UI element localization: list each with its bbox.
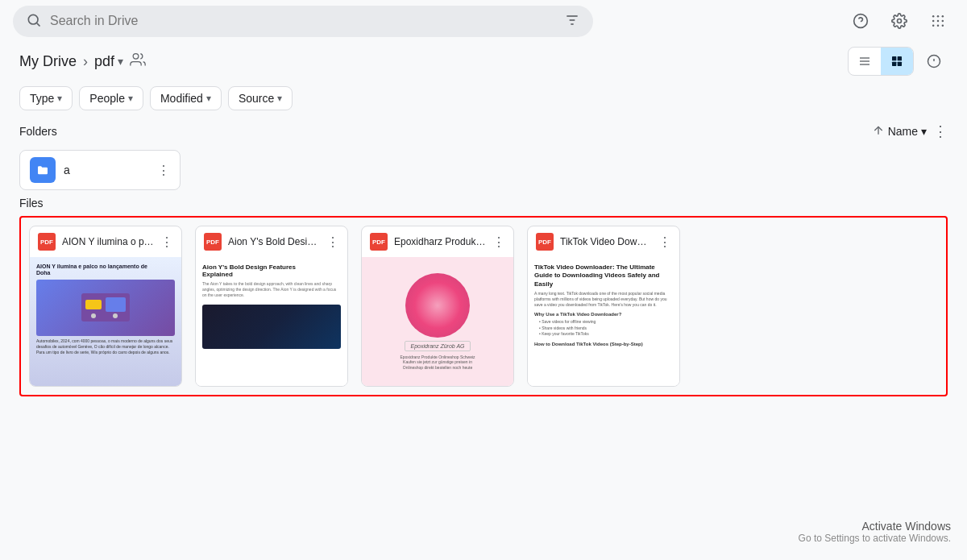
svg-rect-20	[860, 64, 869, 64]
svg-point-9	[937, 15, 940, 18]
file-header: PDF AION Y ilumina o pal... ⋮	[30, 226, 181, 257]
svg-rect-22	[898, 56, 902, 60]
file-card[interactable]: PDF AION Y ilumina o pal... ⋮ AION Y ilu…	[29, 226, 182, 387]
view-toggle-area	[848, 47, 948, 76]
svg-point-32	[91, 313, 96, 318]
file-more-button[interactable]: ⋮	[658, 234, 671, 250]
file-more-button[interactable]: ⋮	[326, 234, 339, 250]
file-name: Aion Y's Bold Desig...	[228, 236, 320, 247]
breadcrumb-pdf-chevron: ▾	[118, 55, 123, 68]
pdf-icon: PDF	[536, 233, 554, 251]
svg-rect-31	[106, 297, 126, 312]
svg-rect-18	[860, 57, 869, 58]
svg-point-13	[942, 20, 944, 23]
top-bar	[0, 0, 967, 42]
folders-more-button[interactable]: ⋮	[933, 122, 948, 140]
people-chevron: ▾	[128, 93, 133, 104]
file-preview: Aion Y's Bold Design FeaturesExplained T…	[196, 257, 347, 386]
share-icon[interactable]	[130, 52, 146, 72]
file-header: PDF Aion Y's Bold Desig... ⋮	[196, 226, 347, 257]
search-icon	[26, 12, 42, 31]
view-toggle	[848, 47, 914, 76]
svg-point-10	[942, 15, 944, 18]
pdf-icon: PDF	[38, 233, 56, 251]
file-header: PDF TikTok Video Downl... ⋮	[528, 226, 679, 257]
svg-rect-30	[85, 300, 102, 309]
modified-filter[interactable]: Modified ▾	[150, 86, 222, 110]
folder-list: a ⋮	[19, 150, 948, 190]
source-chevron: ▾	[277, 93, 282, 104]
svg-rect-21	[892, 56, 896, 60]
sort-up-icon	[872, 124, 885, 139]
svg-point-8	[932, 15, 935, 18]
search-bar[interactable]	[13, 6, 593, 37]
file-name: TikTok Video Downl...	[560, 236, 652, 247]
svg-point-0	[28, 15, 38, 24]
top-bar-right	[845, 5, 954, 37]
svg-rect-19	[860, 60, 869, 61]
folders-header: Folders Name ▾ ⋮	[19, 119, 948, 143]
files-grid: PDF AION Y ilumina o pal... ⋮ AION Y ilu…	[19, 216, 948, 396]
source-label: Source	[239, 92, 274, 105]
watermark: Activate Windows Go to Settings to activ…	[799, 520, 951, 544]
sort-label: Name	[888, 125, 918, 138]
search-input[interactable]	[50, 14, 556, 28]
folder-name: a	[64, 164, 149, 176]
file-name: AION Y ilumina o pal...	[62, 236, 154, 247]
sort-chevron: ▾	[921, 125, 927, 138]
watermark-subtitle: Go to Settings to activate Windows.	[799, 533, 951, 544]
file-name: Epoxidharz Produkt...	[394, 236, 486, 247]
breadcrumb-drive[interactable]: My Drive	[19, 53, 77, 70]
breadcrumb-arrow: ›	[83, 53, 88, 70]
file-card[interactable]: PDF Epoxidharz Produkt... ⋮ Epoxidranz Z…	[361, 226, 514, 387]
watermark-title: Activate Windows	[799, 520, 951, 533]
folders-section: Folders Name ▾ ⋮ a ⋮	[0, 116, 967, 190]
file-header: PDF Epoxidharz Produkt... ⋮	[362, 226, 513, 257]
svg-point-33	[113, 313, 118, 318]
svg-point-17	[133, 53, 139, 59]
modified-label: Modified	[160, 92, 203, 105]
breadcrumb-pdf[interactable]: pdf ▾	[94, 53, 123, 70]
type-filter[interactable]: Type ▾	[19, 86, 73, 110]
svg-point-7	[898, 19, 902, 23]
svg-point-16	[942, 25, 944, 27]
modified-chevron: ▾	[206, 93, 211, 104]
file-preview: AION Y ilumina e palco no lançamento deD…	[30, 257, 181, 386]
svg-point-14	[932, 25, 935, 27]
apps-button[interactable]	[922, 5, 954, 37]
people-label: People	[89, 92, 125, 105]
grid-view-button[interactable]	[881, 48, 913, 75]
svg-point-11	[932, 20, 935, 23]
file-card[interactable]: PDF TikTok Video Downl... ⋮ TikTok Video…	[527, 226, 680, 387]
folders-title: Folders	[19, 125, 872, 138]
breadcrumb-bar: My Drive › pdf ▾	[0, 42, 967, 81]
folder-more-button[interactable]: ⋮	[157, 163, 170, 178]
pdf-icon: PDF	[370, 233, 388, 251]
pdf-icon: PDF	[204, 233, 222, 251]
files-title: Files	[19, 197, 948, 209]
svg-rect-23	[892, 62, 896, 66]
file-more-button[interactable]: ⋮	[492, 234, 505, 250]
filter-icon[interactable]	[564, 12, 580, 31]
settings-button[interactable]	[883, 5, 915, 37]
svg-rect-24	[898, 62, 902, 66]
file-more-button[interactable]: ⋮	[160, 234, 173, 250]
type-chevron: ▾	[57, 93, 62, 104]
help-button[interactable]	[845, 5, 877, 37]
source-filter[interactable]: Source ▾	[228, 86, 293, 110]
file-preview: TikTok Video Downloader: The UltimateGui…	[528, 257, 679, 386]
list-view-button[interactable]	[849, 48, 881, 75]
folder-item[interactable]: a ⋮	[19, 150, 181, 190]
svg-point-15	[937, 25, 940, 27]
people-filter[interactable]: People ▾	[79, 86, 143, 110]
type-label: Type	[30, 92, 54, 105]
filter-bar: Type ▾ People ▾ Modified ▾ Source ▾	[0, 81, 967, 116]
svg-line-1	[37, 23, 40, 26]
folder-icon	[30, 157, 56, 183]
svg-point-12	[937, 20, 940, 23]
files-section: Files PDF AION Y ilumina o pal... ⋮ AION…	[0, 190, 967, 396]
sort-area[interactable]: Name ▾	[872, 124, 927, 139]
file-card[interactable]: PDF Aion Y's Bold Desig... ⋮ Aion Y's Bo…	[195, 226, 348, 387]
info-button[interactable]	[920, 48, 948, 75]
file-preview: Epoxidranz Zürob AG Epoxidranz Produkte …	[362, 257, 513, 386]
